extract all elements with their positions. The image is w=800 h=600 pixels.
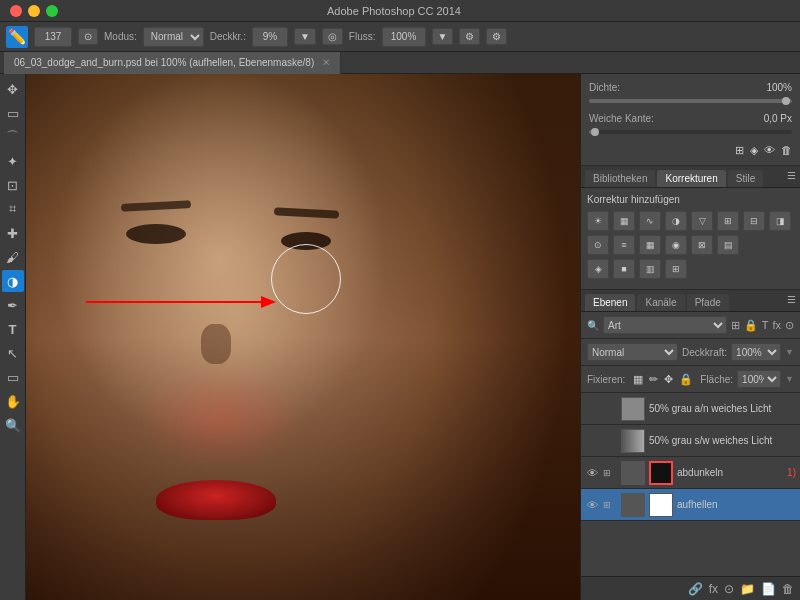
list-item[interactable]: 👁 50% grau a/n weiches Licht [581, 393, 800, 425]
right-panel: Dichte: 100% Weiche Kante: 0,0 Px ⊞ ◈ 👁 … [580, 74, 800, 600]
link-layers-icon[interactable]: 🔗 [688, 582, 703, 596]
art-select[interactable]: Art [603, 316, 727, 334]
marquee-tool[interactable]: ▭ [2, 102, 24, 124]
tab-kanaele[interactable]: Kanäle [637, 294, 684, 311]
crop-tool[interactable]: ⊡ [2, 174, 24, 196]
fx-icon[interactable]: fx [772, 319, 781, 331]
korr-curves[interactable]: ∿ [639, 211, 661, 231]
new-layer-footer-icon[interactable]: 📄 [761, 582, 776, 596]
layers-menu-icon[interactable]: ☰ [787, 294, 796, 311]
list-item[interactable]: 👁 50% grau s/w weiches Licht [581, 425, 800, 457]
dichte-slider[interactable] [589, 99, 792, 103]
korr-hsl[interactable]: ⊞ [717, 211, 739, 231]
tab-korrekturen[interactable]: Korrekturen [657, 170, 725, 187]
weiche-kante-slider-thumb[interactable] [591, 128, 599, 136]
mask-layer-icon[interactable]: ⊙ [785, 319, 794, 332]
titlebar: Adobe Photoshop CC 2014 [0, 0, 800, 22]
zoom-tool[interactable]: 🔍 [2, 414, 24, 436]
panel-menu-icon[interactable]: ☰ [787, 170, 796, 187]
korr-colorbalance[interactable]: ⊟ [743, 211, 765, 231]
korr-gradient[interactable]: ▦ [639, 235, 661, 255]
tab-pfade[interactable]: Pfade [687, 294, 729, 311]
korr-levels[interactable]: ▦ [613, 211, 635, 231]
mode-label: Modus: [104, 31, 137, 42]
blend-mode-select[interactable]: Normal [587, 343, 678, 361]
type-icon[interactable]: T [762, 319, 769, 331]
brush-tool[interactable]: 🖌 [2, 246, 24, 268]
close-button[interactable] [10, 5, 22, 17]
extra-btn2[interactable]: ⚙ [486, 28, 507, 45]
brush-size-btn[interactable]: ⊙ [78, 28, 98, 45]
tab-bibliotheken[interactable]: Bibliotheken [585, 170, 655, 187]
canvas-area[interactable] [26, 74, 580, 600]
nose-shadow [201, 324, 231, 364]
eye-icon[interactable]: 👁 [764, 144, 775, 157]
korr-invert[interactable]: ◈ [587, 259, 609, 279]
layer-fixieren-row: Fixieren: ▦ ✏ ✥ 🔒 Fläche: 100% ▼ [581, 366, 800, 393]
mode-select[interactable]: Normal [143, 27, 204, 47]
colorrange-icon[interactable]: ◈ [750, 144, 758, 157]
korr-pattern[interactable]: ⊞ [665, 259, 687, 279]
mask-icon[interactable]: ⊞ [735, 144, 744, 157]
korr-solidcolor[interactable]: ■ [613, 259, 635, 279]
fix-position-icon[interactable]: ✥ [664, 373, 673, 386]
brush-size-value[interactable]: 137 [34, 27, 72, 47]
delete-icon[interactable]: 🗑 [781, 144, 792, 157]
tab-ebenen[interactable]: Ebenen [585, 294, 635, 311]
korr-vibrance[interactable]: ▽ [691, 211, 713, 231]
korr-photofilter[interactable]: ⊙ [587, 235, 609, 255]
fluss-value[interactable]: 100% [382, 27, 426, 47]
tab-close-icon[interactable]: ✕ [322, 57, 330, 68]
magic-wand-tool[interactable]: ✦ [2, 150, 24, 172]
fix-lock-icon[interactable]: 🔒 [679, 373, 693, 386]
add-style-icon[interactable]: fx [709, 582, 718, 596]
deckkraft-value[interactable]: 9% [252, 27, 288, 47]
minimize-button[interactable] [28, 5, 40, 17]
korr-exposure[interactable]: ◑ [665, 211, 687, 231]
path-select-tool[interactable]: ↖ [2, 342, 24, 364]
flaeche-dropdown-icon[interactable]: ▼ [785, 374, 794, 384]
korr-posterize[interactable]: ▤ [717, 235, 739, 255]
new-group-icon[interactable]: 📁 [740, 582, 755, 596]
deckkraft-adjust-btn[interactable]: ▼ [294, 28, 316, 45]
move-tool[interactable]: ✥ [2, 78, 24, 100]
korr-threshold[interactable]: ⊠ [691, 235, 713, 255]
type-tool[interactable]: T [2, 318, 24, 340]
korr-channelmix[interactable]: ≡ [613, 235, 635, 255]
list-item[interactable]: 👁 ⊞ abdunkeln 1) [581, 457, 800, 489]
tab-stile[interactable]: Stile [728, 170, 763, 187]
layer-eye-icon[interactable]: 👁 [585, 467, 599, 479]
flaeche-select[interactable]: 100% [737, 370, 781, 388]
healing-tool[interactable]: ✚ [2, 222, 24, 244]
deckkraft-layer-select[interactable]: 100% [731, 343, 781, 361]
delete-layer-icon[interactable]: 🗑 [782, 582, 794, 596]
weiche-kante-slider[interactable] [589, 130, 792, 134]
pen-tool[interactable]: ✒ [2, 294, 24, 316]
add-mask-icon[interactable]: ⊙ [724, 582, 734, 596]
layers-panel: Ebenen Kanäle Pfade ☰ 🔍 Art ⊞ 🔒 T fx ⊙ [581, 290, 800, 600]
dodge-burn-tool[interactable]: ◑ [2, 270, 24, 292]
brush-tool-active[interactable]: ✏️ [6, 26, 28, 48]
hand-tool[interactable]: ✋ [2, 390, 24, 412]
blend-dropdown-icon[interactable]: ▼ [785, 347, 794, 357]
document-tab[interactable]: 06_03_dodge_and_burn.psd bei 100% (aufhe… [4, 52, 341, 74]
dichte-slider-thumb[interactable] [782, 97, 790, 105]
eyedropper-tool[interactable]: ⌗ [2, 198, 24, 220]
fluss-adjust-btn[interactable]: ▼ [432, 28, 454, 45]
lasso-tool[interactable]: ⌒ [2, 126, 24, 148]
korr-brightness[interactable]: ☀ [587, 211, 609, 231]
korr-selective[interactable]: ◉ [665, 235, 687, 255]
fix-pixel-icon[interactable]: ✏ [649, 373, 658, 386]
shape-tool[interactable]: ▭ [2, 366, 24, 388]
maximize-button[interactable] [46, 5, 58, 17]
airbrush-btn[interactable]: ◎ [322, 28, 343, 45]
layer-eye-icon[interactable]: 👁 [585, 499, 599, 511]
korr-gradient2[interactable]: ▥ [639, 259, 661, 279]
korrekturen-icons-row2: ⊙ ≡ ▦ ◉ ⊠ ▤ [587, 235, 794, 255]
new-layer-icon[interactable]: ⊞ [731, 319, 740, 332]
lock-icon[interactable]: 🔒 [744, 319, 758, 332]
list-item[interactable]: 👁 ⊞ aufhellen [581, 489, 800, 521]
fix-transparent-icon[interactable]: ▦ [633, 373, 643, 386]
extra-btn1[interactable]: ⚙ [459, 28, 480, 45]
korr-bw[interactable]: ◨ [769, 211, 791, 231]
